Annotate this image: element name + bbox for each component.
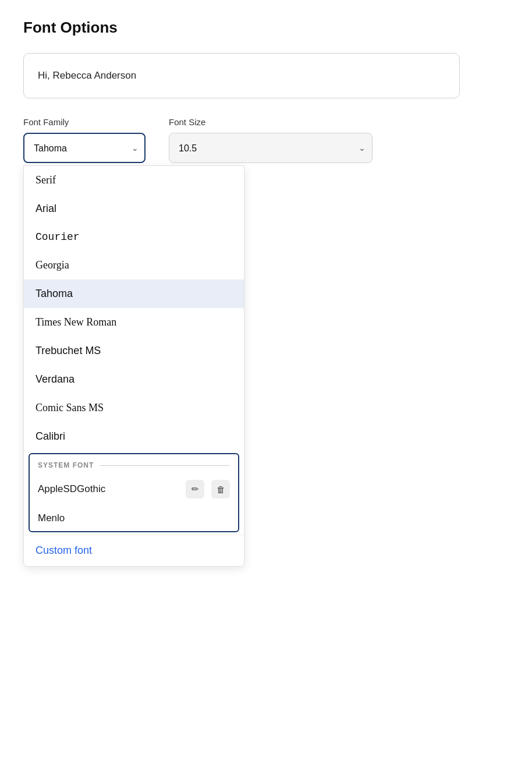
font-size-label: Font Size bbox=[169, 117, 373, 127]
font-option-verdana[interactable]: Verdana bbox=[24, 365, 244, 394]
system-font-section: SYSTEM FONT AppleSDGothic ✏ 🗑 Menlo bbox=[29, 453, 239, 532]
font-list-scroll[interactable]: Serif Arial Courier Georgia Tahoma Times… bbox=[24, 166, 244, 566]
font-option-courier[interactable]: Courier bbox=[24, 223, 244, 251]
font-size-group: Font Size 10.5 ⌄ bbox=[169, 117, 373, 163]
font-family-group: Font Family Tahoma ⌄ Serif Arial Courier… bbox=[23, 117, 146, 163]
preview-box: Hi, Rebecca Anderson bbox=[23, 53, 460, 98]
font-option-trebuchet[interactable]: Trebuchet MS bbox=[24, 337, 244, 365]
edit-applesd-gothic-button[interactable]: ✏ bbox=[186, 480, 204, 498]
font-option-serif[interactable]: Serif bbox=[24, 166, 244, 194]
font-size-dropdown-wrapper: 10.5 ⌄ bbox=[169, 133, 373, 163]
font-size-select[interactable]: 10.5 bbox=[169, 133, 373, 163]
font-option-tahoma[interactable]: Tahoma bbox=[24, 280, 244, 308]
font-option-times-new-roman[interactable]: Times New Roman bbox=[24, 308, 244, 337]
font-option-georgia[interactable]: Georgia bbox=[24, 251, 244, 280]
page-title: Font Options bbox=[23, 19, 509, 37]
custom-font-option[interactable]: Custom font bbox=[24, 535, 244, 566]
controls-row: Font Family Tahoma ⌄ Serif Arial Courier… bbox=[23, 117, 509, 163]
font-option-calibri[interactable]: Calibri bbox=[24, 422, 244, 451]
font-option-applesd-gothic[interactable]: AppleSDGothic ✏ 🗑 bbox=[30, 473, 238, 505]
preview-text: Hi, Rebecca Anderson bbox=[38, 70, 136, 81]
font-option-comic-sans[interactable]: Comic Sans MS bbox=[24, 394, 244, 422]
font-family-label: Font Family bbox=[23, 117, 146, 127]
applesd-gothic-label: AppleSDGothic bbox=[38, 483, 179, 495]
font-family-select[interactable]: Tahoma bbox=[23, 133, 146, 163]
system-font-header: SYSTEM FONT bbox=[30, 454, 238, 473]
font-family-dropdown-wrapper: Tahoma ⌄ Serif Arial Courier Georgia Tah… bbox=[23, 133, 146, 163]
font-family-dropdown-menu: Serif Arial Courier Georgia Tahoma Times… bbox=[23, 165, 244, 567]
menlo-label: Menlo bbox=[38, 512, 230, 524]
font-option-menlo[interactable]: Menlo bbox=[30, 505, 238, 531]
font-option-arial[interactable]: Arial bbox=[24, 194, 244, 223]
delete-applesd-gothic-button[interactable]: 🗑 bbox=[211, 480, 230, 498]
